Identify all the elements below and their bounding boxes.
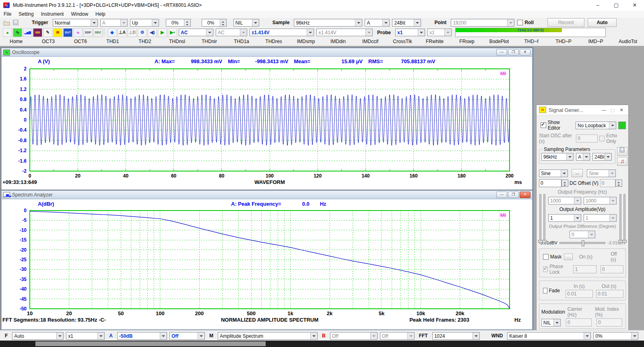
tab-thd~f[interactable]: THD~f [515,37,547,46]
coupling-a-select[interactable]: AC [179,29,213,36]
dc-offset-b-input[interactable]: 0 [600,179,615,187]
calibration-icon[interactable]: ◈ [107,28,117,37]
multimeter-icon[interactable]: 888 [33,28,42,37]
tab-bodeplot[interactable]: BodePlot [483,37,515,46]
balance-slider[interactable] [559,242,605,244]
fade-out-input[interactable]: 0.01 [596,290,623,298]
b-ref-select[interactable]: Off [380,332,415,340]
io-settings-icon[interactable]: ⚙ [138,28,147,37]
waveform-more-button[interactable]: ... [572,169,583,177]
horizontal-scrollbar[interactable] [0,341,644,347]
waveform-a-select[interactable]: Sine [539,169,568,177]
tab-thd2[interactable]: THD2 [129,37,161,46]
a-range-select[interactable]: -50dB [117,332,167,340]
trigger-level-stepper[interactable]: 0% [166,19,191,27]
gen-level-slider-a2[interactable] [543,194,545,242]
sample-rate-select[interactable]: 96kHz [294,19,362,27]
tab-home[interactable]: Home [0,37,32,46]
play-loop-icon[interactable]: ▶• [168,28,177,37]
generator-close-icon[interactable]: ✕ [617,107,626,113]
gen-rate-select[interactable]: 96kHz [541,153,574,161]
ddc-icon[interactable]: DDC [93,28,103,37]
oscilloscope-plot[interactable]: 21.61.20.80.40-0.4-0.8-1.2-1.6-202040608… [2,66,532,190]
trigger-hpf-select[interactable]: NIL [233,19,259,27]
tab-thd~p[interactable]: THD~P [547,37,580,46]
spectrum-titlebar[interactable]: ▁▅▂ Spectrum Analyzer — ❐ ✕ [2,191,532,199]
tab-thdnsl[interactable]: THDnsl [161,37,193,46]
fade-checkbox[interactable] [543,288,547,293]
tab-imddin[interactable]: IMDdin [322,37,354,46]
freq-b-select[interactable]: 1000 [584,197,617,204]
sample-bits-select[interactable]: 24Bit [392,19,421,27]
scrollbar-thumb[interactable] [35,341,266,346]
a-ref-select[interactable]: Off [169,332,205,340]
scope-close-icon[interactable]: ✕ [520,49,530,56]
fft-size-select[interactable]: 1024 [432,332,480,340]
tab-audiotst[interactable]: AudioTst [612,37,644,46]
spectrum-restore-icon[interactable]: ❐ [508,192,519,198]
tab-oct6[interactable]: OCT6 [64,37,97,46]
run-indicator-icon[interactable]: ● [3,28,12,37]
modulation-select[interactable]: NIL [541,319,561,326]
close-icon[interactable]: ✕ [625,0,644,10]
amp-b-select[interactable]: 1 [584,214,617,222]
freq-a-select[interactable]: 1000 [548,197,581,204]
point-select[interactable]: 19200 [451,19,514,27]
gen-level-slider-b2[interactable] [623,194,625,242]
scope-restore-icon[interactable]: ❐ [508,49,519,56]
mask-more-button[interactable]: ... [564,254,572,260]
gen-level-slider-a1[interactable] [539,194,541,242]
coupling-b-select[interactable]: AC [216,29,247,36]
mask-off-input[interactable]: 0 [601,265,623,273]
zoom-select[interactable]: x1 [66,332,105,340]
open-icon[interactable] [3,20,10,26]
phase-select[interactable]: 0 [570,231,595,238]
tab-crosstlk[interactable]: CrossTlk [386,37,419,46]
carrier-input[interactable]: 0 [566,318,592,326]
signal-generator-titlebar[interactable]: ≋ Signal Gener... — ▢ ✕ [537,105,628,115]
phase-lock-checkbox[interactable] [543,266,548,272]
save-icon[interactable] [13,20,19,26]
derived-data-icon[interactable]: ≈ [73,28,83,37]
menu-item-window[interactable]: Window [67,11,92,17]
probe-b-select[interactable]: x1 [427,29,452,36]
record-button[interactable]: Record [547,18,584,27]
spectrum-analyzer-icon[interactable]: ▂▅▇ [23,28,32,37]
maximize-icon[interactable]: ▢ [607,0,625,10]
save-waveform-button[interactable] [617,147,627,156]
echo-only-checkbox[interactable] [599,136,605,141]
spectrum-minimize-icon[interactable]: — [496,192,507,198]
spectrum-close-icon[interactable]: ✕ [520,192,530,198]
device-test-plan-icon[interactable]: ✎ [43,28,52,37]
trigger-delay-stepper[interactable]: 0% [202,19,227,27]
start-osc-input[interactable]: 0 [576,134,598,143]
tab-imdsmp[interactable]: IMDsmp [290,37,322,46]
sample-channel-select[interactable]: A [365,19,390,27]
mask-on-input[interactable]: 1 [573,265,596,273]
generator-minimize-icon[interactable]: — [599,107,608,112]
play-icon[interactable]: ▶ [158,28,167,37]
tab-oct3[interactable]: OCT3 [32,37,64,46]
minimize-icon[interactable]: – [588,0,607,10]
waveform-library-button[interactable]: ♫ [617,157,627,166]
probe-a-select[interactable]: x1 [395,29,425,36]
overlap-select[interactable]: 0% [593,332,638,340]
mask-checkbox[interactable] [543,254,549,260]
gen-channel-select[interactable]: A [576,153,590,161]
menu-item-instrument[interactable]: Instrument [37,11,68,17]
gen-bits-select[interactable]: 24Bit [592,153,612,161]
menu-item-setting[interactable]: Setting [15,11,37,17]
speaker-icon[interactable]: ◀) [148,28,157,37]
tab-thd1a[interactable]: THD1a [225,37,258,46]
mod-index-input[interactable]: 0 [597,318,622,326]
generator-run-button[interactable] [618,122,626,129]
spectrum-plot[interactable]: 0-5-10-15-20-25-30-35-40-45-501020501002… [2,208,532,329]
range-b-select[interactable]: ±1.414V [316,29,373,36]
tab-imdccif[interactable]: IMDccif [354,37,386,46]
roll-checkbox[interactable] [517,20,523,25]
window-function-select[interactable]: Kaiser 8 [507,332,591,340]
range-a-select[interactable]: ±1.414V [250,29,314,36]
show-editor-checkbox[interactable] [541,122,546,128]
dut-icon[interactable]: DUT [63,28,72,37]
menu-item-file[interactable]: File [0,11,15,17]
